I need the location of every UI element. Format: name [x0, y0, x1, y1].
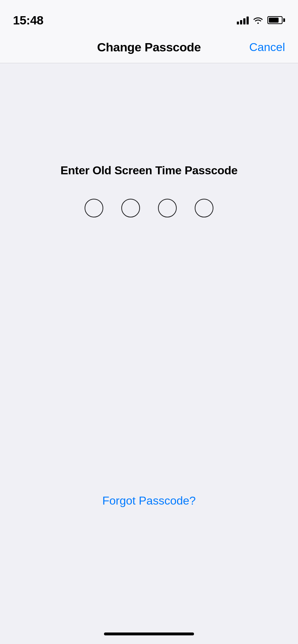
passcode-dot-2: [121, 199, 140, 217]
signal-bar-1: [237, 22, 239, 24]
main-content: Enter Old Screen Time Passcode Forgot Pa…: [0, 63, 298, 644]
passcode-dots: [85, 199, 213, 217]
passcode-dot-1: [85, 199, 103, 217]
passcode-section: Enter Old Screen Time Passcode: [60, 164, 238, 217]
nav-title: Change Passcode: [97, 40, 201, 54]
signal-bar-4: [247, 17, 249, 24]
battery-body: [267, 16, 283, 24]
nav-bar: Change Passcode Cancel: [0, 32, 298, 63]
status-bar: 15:48: [0, 0, 298, 32]
status-time: 15:48: [13, 13, 43, 27]
cancel-button[interactable]: Cancel: [249, 41, 285, 54]
passcode-prompt: Enter Old Screen Time Passcode: [60, 164, 238, 177]
home-indicator: [104, 632, 194, 635]
battery-fill: [269, 18, 279, 23]
signal-bar-2: [240, 20, 242, 24]
signal-bar-3: [243, 18, 245, 24]
battery-tip: [283, 18, 285, 22]
signal-icon: [237, 16, 249, 24]
passcode-dot-4: [195, 199, 213, 217]
forgot-passcode-button[interactable]: Forgot Passcode?: [102, 494, 196, 507]
status-icons: [237, 16, 285, 24]
passcode-dot-3: [158, 199, 177, 217]
battery-icon: [267, 16, 285, 24]
wifi-icon: [253, 16, 263, 24]
